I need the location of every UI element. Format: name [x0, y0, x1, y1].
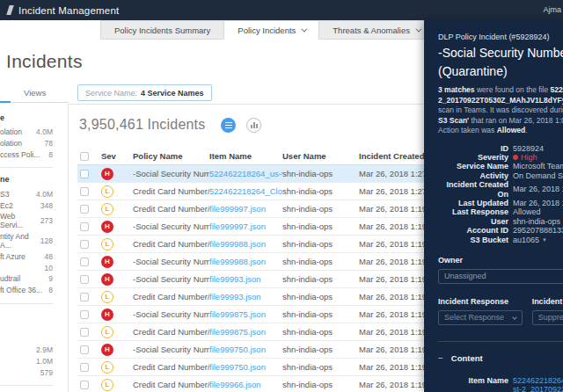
- user-name-cell: shn-india-ops: [282, 274, 359, 284]
- description-line: Action taken was Allowed.: [438, 126, 563, 136]
- field-label: Last Updated: [438, 199, 508, 207]
- row-checkbox[interactable]: [80, 205, 89, 214]
- facet-item[interactable]: udtrail9: [0, 273, 53, 285]
- row-checkbox[interactable]: [80, 293, 89, 301]
- item-name-link[interactable]: file999875.json: [209, 309, 282, 319]
- tab-label: Policy Incidents Summary: [114, 25, 210, 35]
- item-name-link[interactable]: 522462218264_us-west-2_20170922T0530Z_MA…: [513, 376, 563, 392]
- severity-badge-high: H: [101, 309, 113, 321]
- tab-policy-incidents[interactable]: Policy Incidents: [223, 20, 319, 40]
- item-name-link[interactable]: 522462218264_us-west-2: [209, 169, 282, 178]
- row-checkbox[interactable]: [80, 363, 89, 372]
- row-checkbox[interactable]: [80, 275, 89, 284]
- policy-name-cell: Credit Card Number/s - AF: [133, 380, 209, 389]
- item-name-link[interactable]: file999988.json: [209, 239, 282, 249]
- description-segment: were found on the file: [475, 85, 551, 94]
- field-value: On Demand Scan: [513, 171, 563, 180]
- item-name-link[interactable]: file99993.json: [209, 274, 282, 284]
- item-name-link[interactable]: file999997.json: [209, 204, 282, 214]
- facet-item[interactable]: 10: [0, 262, 53, 273]
- sidebar-tab-active[interactable]: [0, 101, 11, 103]
- facet-item[interactable]: ft Azure48: [0, 250, 53, 262]
- facet-item[interactable]: ntity And A...128: [0, 231, 53, 251]
- filter-icon[interactable]: ▼: [542, 236, 547, 244]
- item-name-link[interactable]: file999750.json: [209, 362, 282, 372]
- facet-item[interactable]: olation4.0M: [0, 127, 53, 138]
- severity-text: High: [521, 153, 537, 162]
- owner-input[interactable]: [438, 269, 563, 284]
- user-menu[interactable]: Ajma: [543, 5, 561, 14]
- row-checkbox[interactable]: [80, 187, 89, 196]
- incident-response-select[interactable]: Select Response: [438, 310, 523, 325]
- facet-item[interactable]: Web Servi...273: [0, 211, 53, 231]
- facet-item[interactable]: S34.0M: [0, 188, 53, 200]
- facet-item-count: 128: [40, 236, 53, 245]
- field-value-text: Mar 26, 2018 1:18 PM UTC: [513, 199, 563, 207]
- facet-item[interactable]: olation78: [0, 138, 53, 149]
- row-checkbox[interactable]: [80, 345, 89, 354]
- sidebar-tab-views[interactable]: Views: [24, 88, 46, 98]
- facet-item[interactable]: ccess Poli...8: [0, 149, 53, 161]
- severity-cell: L: [96, 361, 133, 374]
- facet-header-clipped: [0, 311, 53, 345]
- facet-item-count: 273: [40, 216, 53, 225]
- owner-label: Owner: [438, 256, 563, 265]
- policy-name-cell: Credit Card Number/s - AF: [133, 327, 209, 337]
- field-label: Account ID: [438, 226, 508, 235]
- field-value: High: [513, 153, 537, 162]
- row-checkbox[interactable]: [80, 222, 89, 231]
- item-name-link[interactable]: file99966.json: [209, 380, 282, 389]
- field-value-text: au1065: [513, 236, 539, 244]
- description-line: 2_20170922T0530Z_MAhJV1L8dYFytDnf.json.g…: [438, 96, 563, 106]
- description-segment: 2_20170922T0530Z_MAhJV1L8dYFytDnf.json.g…: [438, 96, 563, 105]
- description-segment: 3 matches: [438, 85, 475, 94]
- item-name-link[interactable]: file999997.json: [209, 221, 282, 231]
- content-section-title: Content: [451, 353, 483, 363]
- chart-view-toggle-icon[interactable]: [246, 118, 261, 133]
- severity-cell: H: [96, 168, 133, 180]
- tab-policy-incidents-summary[interactable]: Policy Incidents Summary: [100, 20, 224, 40]
- incident-status-select[interactable]: Suppressed: [532, 310, 563, 325]
- field-label: Last Response: [438, 207, 508, 216]
- column-header: Sev: [96, 151, 133, 161]
- row-checkbox[interactable]: [80, 240, 89, 249]
- facet-item[interactable]: ft Office 36...8: [0, 285, 53, 296]
- incident-description: 3 matches were found on the file 5224622…: [438, 85, 563, 136]
- facet-item[interactable]: 2.9M: [0, 345, 53, 356]
- content-field: Item Name522462218264_us-west-2_20170922…: [438, 376, 563, 392]
- tab-threats-anomalies[interactable]: Threats & Anomalies: [318, 20, 434, 40]
- facet-item[interactable]: 579: [0, 367, 53, 378]
- row-checkbox[interactable]: [80, 258, 89, 266]
- facet-item-label: S3: [0, 190, 9, 199]
- policy-name-cell: Credit Card Number/s - AF: [133, 239, 209, 249]
- severity-cell: H: [96, 221, 133, 233]
- facet-item-count: 10: [45, 264, 53, 272]
- row-checkbox[interactable]: [80, 328, 89, 337]
- facet-item[interactable]: 1.0M: [0, 355, 53, 367]
- item-name-link[interactable]: 522462218264_CloudTrail: [209, 186, 282, 196]
- row-checkbox[interactable]: [80, 170, 89, 178]
- incident-count: 3,950,461 Incidents: [79, 117, 205, 133]
- service-name-filter-chip[interactable]: Service Name: 4 Service Names: [77, 84, 212, 101]
- field-label: S3 Bucket: [438, 236, 508, 244]
- panel-title-line1: -Social Security Numbers: [438, 46, 563, 60]
- item-name-link[interactable]: file999750.json: [209, 345, 282, 354]
- item-name-link[interactable]: file999875.json: [209, 327, 282, 337]
- detail-field: Usershn-india-ops▼: [438, 217, 563, 226]
- panel-divider: [438, 341, 563, 342]
- facet-item[interactable]: Ec2348: [0, 200, 53, 211]
- facet-item-count: 4.0M: [36, 190, 53, 199]
- row-checkbox[interactable]: [80, 310, 89, 319]
- top-header-bar: Incident Management Ajma: [0, 0, 563, 20]
- item-name-link[interactable]: file999988.json: [209, 257, 282, 266]
- facet-item-label: ntity And A...: [0, 232, 40, 250]
- filter-chip-value: 4 Service Names: [141, 89, 204, 98]
- item-name-link[interactable]: file99993.json: [209, 292, 282, 301]
- field-value-text: 5928924: [513, 144, 544, 153]
- row-checkbox[interactable]: [80, 381, 89, 389]
- select-all-checkbox[interactable]: [80, 152, 89, 161]
- collapse-icon[interactable]: −: [438, 353, 443, 363]
- severity-cell: H: [96, 309, 133, 321]
- field-value: shn-india-ops▼: [513, 217, 563, 226]
- list-view-toggle-icon[interactable]: [221, 118, 236, 133]
